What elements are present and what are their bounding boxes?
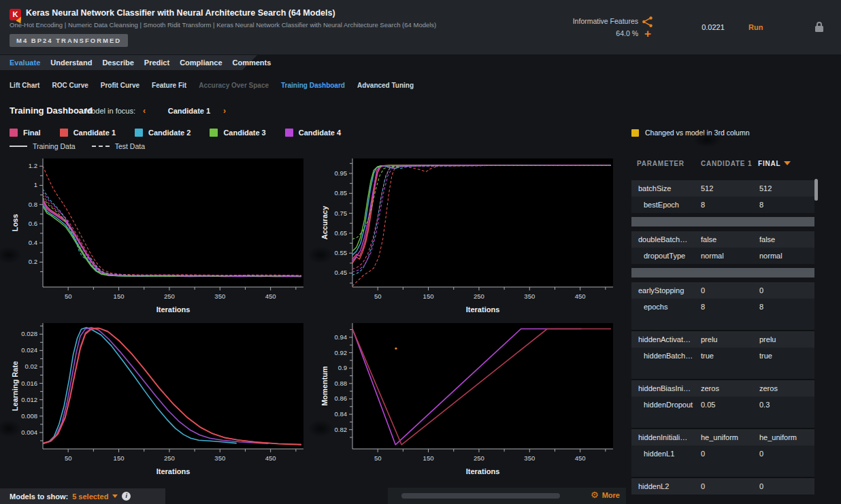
tab-comments[interactable]: Comments (233, 58, 271, 67)
legend-swatch (135, 129, 143, 137)
informative-features-pct: 64.0 % (502, 27, 638, 39)
svg-text:150: 150 (423, 454, 434, 462)
legend-item-candidate-4[interactable]: Candidate 4 (285, 129, 341, 137)
informative-features-block: Informative Features 64.0 % (502, 15, 638, 39)
legend-item-final[interactable]: Final (10, 129, 41, 137)
info-icon[interactable]: i (122, 492, 131, 501)
legend-swatch (10, 129, 18, 137)
svg-text:350: 350 (524, 454, 535, 462)
svg-text:0.45: 0.45 (335, 269, 348, 276)
blueprint-subtitle: One-Hot Encoding | Numeric Data Cleansin… (10, 21, 436, 29)
line-legend-label: Test Data (115, 142, 145, 150)
svg-text:0.65: 0.65 (335, 229, 348, 237)
svg-text:250: 250 (164, 454, 175, 462)
svg-text:450: 450 (575, 454, 586, 462)
subtab-lift-chart[interactable]: Lift Chart (10, 82, 39, 89)
param-name: hiddenL2 (638, 482, 701, 490)
table-row: bestEpoch88 (631, 197, 814, 213)
model-in-focus-value: Candidate 1 (155, 107, 223, 115)
param-value-candidate1: he_uniform (701, 433, 738, 441)
training-dashboard-page: K Keras Neural Network Classifier with N… (0, 0, 841, 504)
svg-text:50: 50 (374, 292, 382, 300)
param-name: hiddenL1 (644, 450, 706, 458)
table-vertical-scrollbar[interactable] (814, 179, 818, 201)
param-value-candidate1: normal (701, 252, 724, 260)
watermark-blob (308, 246, 333, 264)
param-value-final: true (759, 352, 772, 360)
column-parameter[interactable]: PARAMETER (637, 160, 685, 167)
param-name: hiddenBatch… (644, 352, 706, 360)
param-name: hiddenBiasIni… (638, 384, 701, 392)
svg-text:0.024: 0.024 (21, 346, 37, 354)
tab-predict[interactable]: Predict (144, 58, 169, 67)
more-button[interactable]: ⚙ More (591, 490, 620, 499)
legend-swatch (60, 129, 68, 137)
model-in-focus-label: Model in focus: (85, 107, 135, 115)
svg-text:50: 50 (65, 454, 72, 462)
subtab-advanced-tuning[interactable]: Advanced Tuning (357, 82, 414, 89)
param-value-candidate1: 512 (701, 184, 713, 192)
chevron-down-icon[interactable] (784, 161, 791, 165)
svg-text:0.2: 0.2 (29, 258, 37, 265)
legend-label: Candidate 4 (299, 129, 341, 137)
param-value-final: prelu (759, 335, 776, 343)
subtab-roc-curve[interactable]: ROC Curve (52, 82, 88, 89)
tab-describe[interactable]: Describe (102, 58, 133, 67)
legend-swatch (285, 129, 293, 137)
svg-text:0.004: 0.004 (21, 429, 37, 436)
table-group-gap (631, 315, 814, 331)
param-value-final: zeros (759, 384, 778, 392)
column-candidate1[interactable]: CANDIDATE 1 (701, 160, 752, 167)
table-group-divider (631, 217, 814, 226)
tab-evaluate[interactable]: Evaluate (10, 58, 40, 67)
informative-features-label[interactable]: Informative Features (502, 15, 638, 27)
svg-text:0.9: 0.9 (338, 364, 347, 371)
tab-understand[interactable]: Understand (50, 58, 92, 67)
run-button[interactable]: Run (748, 23, 763, 31)
svg-text:0.88: 0.88 (335, 380, 348, 387)
column-final-label: FINAL (758, 160, 780, 167)
plus-icon[interactable]: + (642, 29, 654, 41)
model-badge: M4 BP24 TRANSFORMED (10, 34, 128, 47)
svg-text:0.02: 0.02 (25, 363, 38, 370)
horizontal-scrollbar-thumb[interactable] (401, 493, 560, 499)
svg-text:Iterations: Iterations (156, 467, 191, 475)
table-row: hiddenBatch…truetrue (631, 348, 814, 364)
param-value-final: 0 (759, 286, 763, 295)
lock-icon[interactable] (814, 21, 824, 33)
param-value-candidate1: 0 (701, 286, 705, 295)
changed-legend: Changed vs model in 3rd column (631, 129, 750, 137)
svg-text:Iterations: Iterations (466, 305, 500, 314)
svg-text:0.94: 0.94 (335, 333, 348, 341)
param-value-candidate1: false (701, 235, 716, 243)
svg-text:0.016: 0.016 (21, 380, 37, 387)
param-name: epochs (644, 303, 706, 311)
chevron-down-icon[interactable] (112, 494, 118, 498)
models-to-show-label: Models to show: (10, 492, 68, 501)
feature-lineage-icon[interactable] (642, 16, 654, 28)
svg-text:150: 150 (423, 292, 434, 300)
accuracy-chart: 501502503504500.450.550.650.750.850.95It… (310, 155, 613, 316)
legend-label: Candidate 3 (223, 129, 265, 137)
param-name: hiddenDropout (644, 401, 706, 409)
subtab-feature-fit[interactable]: Feature Fit (152, 82, 186, 89)
svg-text:350: 350 (524, 292, 535, 300)
svg-text:Iterations: Iterations (156, 305, 191, 314)
next-model-chevron[interactable]: › (223, 106, 226, 116)
subtab-profit-curve[interactable]: Profit Curve (101, 82, 139, 89)
param-value-candidate1: 0.05 (701, 401, 715, 409)
changed-swatch (631, 129, 639, 137)
line-legend-label: Training Data (33, 142, 76, 150)
legend-item-candidate-1[interactable]: Candidate 1 (60, 129, 116, 137)
column-final[interactable]: FINAL (758, 160, 791, 167)
legend-item-candidate-2[interactable]: Candidate 2 (135, 129, 191, 137)
gear-icon: ⚙ (591, 490, 599, 499)
prev-model-chevron[interactable]: ‹ (143, 106, 146, 116)
page-title: Training Dashboard (10, 105, 93, 116)
models-selected-dropdown[interactable]: 5 selected (72, 492, 108, 501)
svg-text:0.75: 0.75 (335, 209, 348, 217)
svg-text:Momentum: Momentum (320, 366, 329, 406)
tab-compliance[interactable]: Compliance (180, 58, 222, 67)
legend-item-candidate-3[interactable]: Candidate 3 (210, 129, 265, 137)
subtab-training-dashboard[interactable]: Training Dashboard (281, 82, 345, 89)
